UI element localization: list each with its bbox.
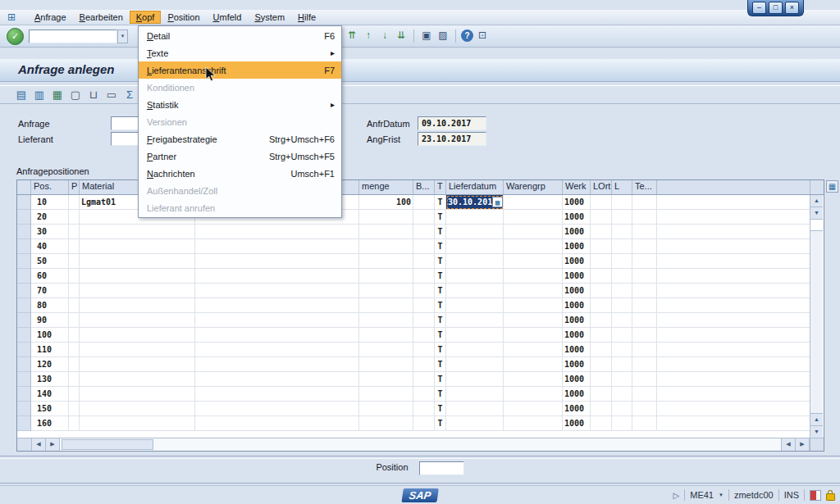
cell-te[interactable] xyxy=(632,357,657,372)
cell-l[interactable] xyxy=(612,239,632,254)
first-page-icon[interactable]: ⇈ xyxy=(345,28,359,43)
cell-pos[interactable]: 150 xyxy=(31,402,69,416)
cell-p[interactable] xyxy=(69,402,80,416)
scrollbar-track[interactable] xyxy=(60,438,782,451)
system-menu-icon[interactable]: ⊞ xyxy=(5,11,18,23)
cell-lieferdatum[interactable] xyxy=(446,298,504,313)
page-up-icon[interactable]: ↑ xyxy=(361,28,376,43)
cell-pos[interactable]: 100 xyxy=(31,328,69,343)
minimize-button[interactable]: – xyxy=(752,2,766,14)
cell-pos[interactable]: 50 xyxy=(31,254,69,269)
cell-menge[interactable] xyxy=(359,254,413,269)
cell-l[interactable] xyxy=(612,269,632,284)
cell-hidden[interactable] xyxy=(195,387,359,402)
sum-icon[interactable]: Σ xyxy=(123,88,136,102)
cell-material[interactable] xyxy=(80,225,195,239)
cell-te[interactable] xyxy=(632,387,657,402)
column-header-pos[interactable]: Pos. xyxy=(31,180,69,194)
cell-lort[interactable] xyxy=(591,225,612,239)
cell-menge[interactable] xyxy=(359,328,413,343)
menubar-item-system[interactable]: System xyxy=(248,11,291,24)
cell-lieferdatum[interactable] xyxy=(446,387,504,402)
cell-lieferdatum[interactable]: 30.10.2017▦ xyxy=(446,195,504,210)
cell-lort[interactable] xyxy=(591,357,612,372)
scroll-left-button[interactable]: ◀ xyxy=(782,438,796,451)
row-selector[interactable] xyxy=(17,195,31,210)
menu-item-texte[interactable]: Texte▸ xyxy=(139,44,341,61)
cell-p[interactable] xyxy=(69,343,80,357)
cell-l[interactable] xyxy=(612,284,632,298)
menu-item-lieferantenanschrift[interactable]: LieferantenanschriftF7 xyxy=(139,61,341,79)
cell-material[interactable] xyxy=(80,298,195,313)
cell-pos[interactable]: 90 xyxy=(31,313,69,328)
cell-p[interactable] xyxy=(69,357,80,372)
transaction-code[interactable]: ME41 xyxy=(690,490,714,500)
cell-filler[interactable] xyxy=(657,239,810,254)
menubar-item-bearbeiten[interactable]: Bearbeiten xyxy=(73,11,130,24)
cell-lort[interactable] xyxy=(591,372,612,387)
cell-warengrp[interactable] xyxy=(504,298,563,313)
cell-p[interactable] xyxy=(69,225,80,239)
cell-p[interactable] xyxy=(69,254,80,269)
cell-b[interactable] xyxy=(413,357,435,372)
cell-lort[interactable] xyxy=(591,195,612,210)
cell-l[interactable] xyxy=(612,254,632,269)
scroll-right-button[interactable]: ▶ xyxy=(796,438,810,451)
close-button[interactable]: × xyxy=(785,2,799,14)
row-selector[interactable] xyxy=(17,239,31,254)
row-selector[interactable] xyxy=(17,416,31,431)
column-header-t[interactable]: T xyxy=(435,180,446,194)
cell-p[interactable] xyxy=(69,269,80,284)
cell-te[interactable] xyxy=(632,225,657,239)
cell-menge[interactable] xyxy=(359,343,413,357)
cell-b[interactable] xyxy=(413,195,435,210)
row-selector[interactable] xyxy=(17,269,31,284)
cell-werk[interactable]: 1000 xyxy=(563,387,591,402)
cell-material[interactable] xyxy=(80,343,195,357)
delete-item-icon[interactable]: ⊔ xyxy=(87,88,100,102)
cell-p[interactable] xyxy=(69,298,80,313)
cell-pos[interactable]: 60 xyxy=(31,269,69,284)
cell-filler[interactable] xyxy=(657,387,810,402)
cell-lort[interactable] xyxy=(591,239,612,254)
vertical-scrollbar[interactable]: ▲ ▼ ▲ ▼ xyxy=(810,195,823,438)
cell-werk[interactable]: 1000 xyxy=(563,402,591,416)
cell-menge[interactable] xyxy=(359,357,413,372)
cell-menge[interactable]: 100 xyxy=(359,195,413,210)
cell-t[interactable]: T xyxy=(435,402,446,416)
scroll-left-button[interactable]: ◀ xyxy=(32,438,46,451)
scroll-right-button[interactable]: ▶ xyxy=(46,438,60,451)
cell-l[interactable] xyxy=(612,343,632,357)
cell-warengrp[interactable] xyxy=(504,239,563,254)
cell-b[interactable] xyxy=(413,416,435,431)
cell-filler[interactable] xyxy=(657,357,810,372)
menubar-item-hilfe[interactable]: Hilfe xyxy=(291,11,322,24)
cell-material[interactable] xyxy=(80,387,195,402)
cell-lieferdatum[interactable] xyxy=(446,416,504,431)
cell-lort[interactable] xyxy=(591,416,612,431)
cell-warengrp[interactable] xyxy=(504,343,563,357)
row-selector[interactable] xyxy=(17,387,31,402)
cell-b[interactable] xyxy=(413,328,435,343)
cell-werk[interactable]: 1000 xyxy=(563,372,591,387)
row-selector[interactable] xyxy=(17,298,31,313)
item-details-icon[interactable]: ▥ xyxy=(33,88,46,102)
cell-p[interactable] xyxy=(69,210,80,225)
cell-pos[interactable]: 80 xyxy=(31,298,69,313)
cell-t[interactable]: T xyxy=(435,357,446,372)
menu-item-detail[interactable]: DetailF6 xyxy=(139,27,341,44)
help-icon[interactable]: ? xyxy=(461,30,473,42)
cell-t[interactable]: T xyxy=(435,284,446,298)
column-header-werk[interactable]: Werk xyxy=(563,180,591,194)
cell-warengrp[interactable] xyxy=(504,402,563,416)
cell-lort[interactable] xyxy=(591,387,612,402)
cell-lieferdatum[interactable] xyxy=(446,402,504,416)
create-shortcut-icon[interactable]: ▨ xyxy=(436,28,450,43)
cell-warengrp[interactable] xyxy=(504,210,563,225)
cell-p[interactable] xyxy=(69,195,80,210)
cell-filler[interactable] xyxy=(657,416,810,431)
performance-icon[interactable] xyxy=(810,490,821,501)
column-header-lieferdatum[interactable]: Lieferdatum xyxy=(446,180,504,194)
cell-l[interactable] xyxy=(612,387,632,402)
anfrdatum-field[interactable]: 09.10.2017 xyxy=(418,116,486,130)
